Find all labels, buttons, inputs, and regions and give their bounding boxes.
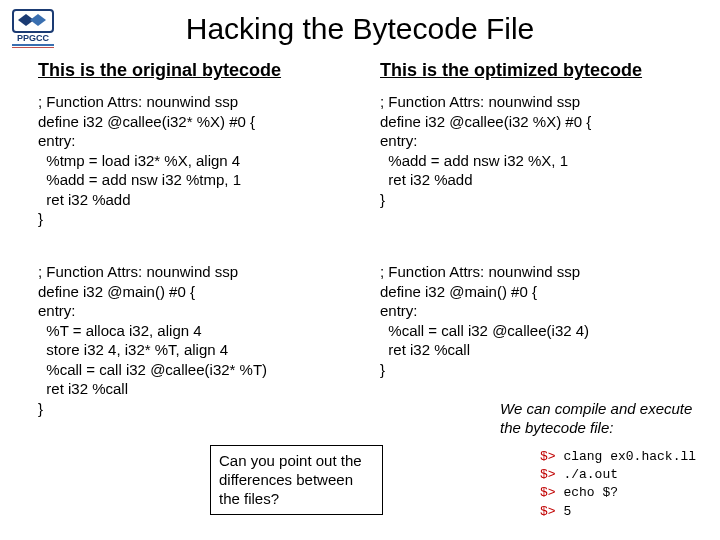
code-original-callee: ; Function Attrs: nounwind ssp define i3… [38, 92, 255, 229]
heading-original: This is the original bytecode [38, 60, 281, 81]
terminal-output: $> clang ex0.hack.ll $> ./a.out $> echo … [540, 448, 696, 521]
slide: PPGCC Hacking the Bytecode File This is … [0, 0, 720, 540]
code-original-main: ; Function Attrs: nounwind ssp define i3… [38, 262, 267, 418]
slide-title: Hacking the Bytecode File [0, 12, 720, 46]
callout-compile-note: We can compile and execute the bytecode … [500, 400, 710, 438]
heading-optimized: This is the optimized bytecode [380, 60, 642, 81]
svg-rect-3 [12, 47, 54, 48]
code-optimized-main: ; Function Attrs: nounwind ssp define i3… [380, 262, 589, 379]
callout-question: Can you point out the differences betwee… [210, 445, 383, 515]
code-optimized-callee: ; Function Attrs: nounwind ssp define i3… [380, 92, 591, 209]
